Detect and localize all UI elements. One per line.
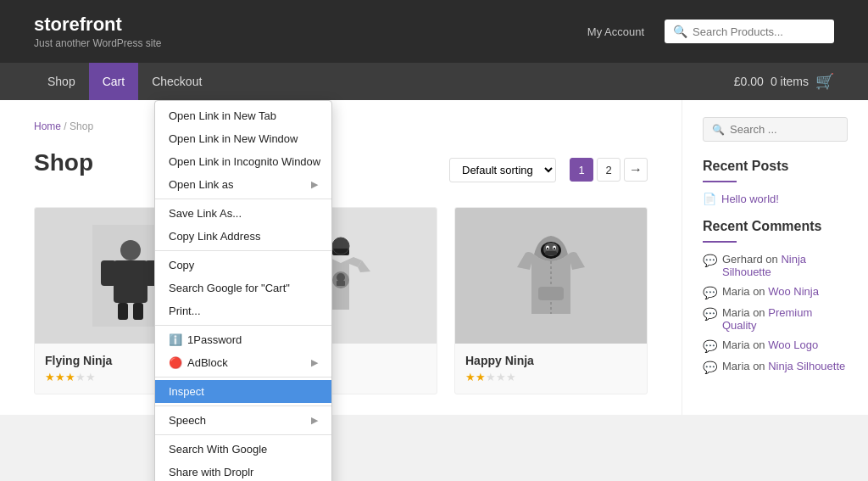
ctx-save-link[interactable]: Save Link As...: [155, 202, 331, 225]
product-card[interactable]: Happy Ninja ★★★★★: [454, 207, 648, 394]
ctx-separator: [155, 199, 331, 199]
comment-author: Maria: [722, 285, 750, 298]
sidebar-search-bar[interactable]: 🔍: [703, 117, 848, 142]
post-link[interactable]: Hello world!: [721, 193, 779, 205]
ctx-open-as[interactable]: Open Link as ▶: [155, 173, 331, 196]
svg-rect-13: [337, 281, 345, 286]
site-header: storefront Just another WordPress site M…: [0, 0, 868, 63]
sidebar-search-input[interactable]: [730, 123, 838, 136]
svg-point-12: [337, 273, 345, 282]
ctx-inspect[interactable]: Inspect: [155, 380, 331, 403]
post-icon: 📄: [703, 193, 716, 205]
recent-posts-list: 📄 Hello world!: [703, 193, 848, 205]
comment-author: Maria: [722, 360, 750, 372]
ctx-separator: [155, 250, 331, 251]
breadcrumb-home[interactable]: Home: [34, 120, 61, 132]
ctx-adblock[interactable]: 🔴AdBlock ▶: [155, 351, 331, 374]
comment-author: Gerhard: [722, 253, 763, 266]
page-btn-1[interactable]: 1: [570, 158, 593, 182]
post-item: 📄 Hello world!: [703, 193, 848, 205]
svg-point-20: [554, 248, 555, 249]
comment-icon: 💬: [703, 361, 717, 374]
sidebar-search-icon: 🔍: [712, 124, 725, 136]
ctx-separator: [155, 405, 331, 406]
svg-rect-21: [545, 251, 557, 255]
comment-text: Maria on Premium Quality: [722, 306, 848, 332]
nav-item-checkout[interactable]: Checkout: [138, 63, 215, 100]
recent-posts-divider: [703, 181, 737, 182]
product-stars: ★★★★★: [465, 371, 637, 383]
ctx-separator: [155, 377, 331, 378]
site-title: storefront: [34, 14, 162, 36]
header-search-input[interactable]: [693, 25, 826, 38]
ctx-copy[interactable]: Copy: [155, 254, 331, 277]
products-grid: Flying Ninja ★★★★★: [34, 207, 648, 394]
sidebar: 🔍 Recent Posts 📄 Hello world! Recent Com…: [682, 100, 868, 415]
breadcrumb-current: Shop: [70, 120, 93, 132]
ctx-print[interactable]: Print...: [155, 299, 331, 322]
svg-rect-2: [114, 260, 147, 303]
context-menu: Open Link in New Tab Open Link in New Wi…: [154, 100, 332, 415]
comment-post-link[interactable]: Woo Logo: [768, 338, 818, 351]
sort-select[interactable]: Default sorting: [449, 158, 556, 182]
recent-comments-title: Recent Comments: [703, 219, 848, 234]
ctx-open-new-tab[interactable]: Open Link in New Tab: [155, 104, 331, 127]
ctx-adblock-icon: 🔴: [169, 356, 182, 369]
site-tagline: Just another WordPress site: [34, 37, 162, 49]
product-info: Happy Ninja ★★★★★: [455, 344, 647, 394]
comment-icon: 💬: [703, 339, 717, 353]
ctx-1password[interactable]: ℹ️1Password: [155, 328, 331, 351]
comment-item: 💬 Maria on Ninja Silhouette: [703, 360, 848, 374]
ctx-open-new-window[interactable]: Open Link in New Window: [155, 127, 331, 150]
recent-comments-list: 💬 Gerhard on Ninja Silhouette 💬 Maria on…: [703, 253, 848, 374]
comment-text: Maria on Ninja Silhouette: [722, 360, 845, 372]
cart-info: £0.00 0 items 🛒: [734, 72, 834, 91]
product-name: Happy Ninja: [465, 354, 637, 367]
svg-point-19: [547, 248, 548, 249]
main-wrapper: Home / Shop Shop Default sorting 1 2 →: [0, 100, 868, 415]
page-title: Shop: [34, 149, 93, 176]
comment-item: 💬 Gerhard on Ninja Silhouette: [703, 253, 848, 278]
page-btn-next[interactable]: →: [624, 158, 648, 182]
comment-icon: 💬: [703, 254, 717, 267]
recent-posts-title: Recent Posts: [703, 159, 848, 174]
comment-item: 💬 Maria on Premium Quality: [703, 306, 848, 332]
breadcrumb: Home / Shop: [34, 120, 648, 132]
page-btn-2[interactable]: 2: [597, 158, 620, 182]
main-content: Home / Shop Shop Default sorting 1 2 →: [0, 100, 682, 415]
comment-icon: 💬: [703, 286, 717, 299]
svg-point-1: [120, 240, 141, 260]
comment-icon: 💬: [703, 307, 717, 321]
nav-item-shop[interactable]: Shop: [34, 63, 89, 100]
main-nav: Shop Cart Checkout £0.00 0 items 🛒: [0, 63, 868, 100]
ctx-speech[interactable]: Speech ▶: [155, 409, 331, 415]
ctx-1password-icon: ℹ️: [169, 333, 182, 346]
comment-author: Maria: [722, 338, 750, 351]
svg-rect-3: [101, 260, 116, 286]
nav-item-cart[interactable]: Cart: [89, 63, 138, 100]
svg-rect-5: [118, 303, 128, 320]
comment-post-link[interactable]: Ninja Silhouette: [768, 360, 845, 372]
ctx-separator: [155, 325, 331, 326]
comment-item: 💬 Maria on Woo Ninja: [703, 285, 848, 299]
comment-author: Maria: [722, 306, 750, 319]
ctx-search-google[interactable]: Search Google for "Cart": [155, 277, 331, 299]
comment-text: Maria on Woo Logo: [722, 338, 818, 351]
my-account-link[interactable]: My Account: [587, 25, 644, 38]
ctx-arrow-icon: ▶: [311, 179, 318, 190]
search-icon: 🔍: [673, 25, 687, 38]
comment-item: 💬 Maria on Woo Logo: [703, 338, 848, 353]
site-branding: storefront Just another WordPress site: [34, 14, 162, 49]
recent-comments-divider: [703, 241, 737, 243]
ctx-copy-link[interactable]: Copy Link Address: [155, 225, 331, 248]
cart-icon[interactable]: 🛒: [815, 72, 834, 91]
comment-text: Maria on Woo Ninja: [722, 285, 819, 298]
header-search-bar[interactable]: 🔍: [665, 20, 834, 43]
sort-bar: Shop Default sorting 1 2 →: [34, 149, 648, 190]
comment-text: Gerhard on Ninja Silhouette: [722, 253, 848, 278]
product-image: [455, 208, 647, 344]
ctx-arrow-icon: ▶: [311, 357, 318, 368]
cart-items-count: 0 items: [771, 75, 809, 88]
ctx-open-incognito[interactable]: Open Link in Incognito Window: [155, 150, 331, 173]
comment-post-link[interactable]: Woo Ninja: [768, 285, 819, 298]
